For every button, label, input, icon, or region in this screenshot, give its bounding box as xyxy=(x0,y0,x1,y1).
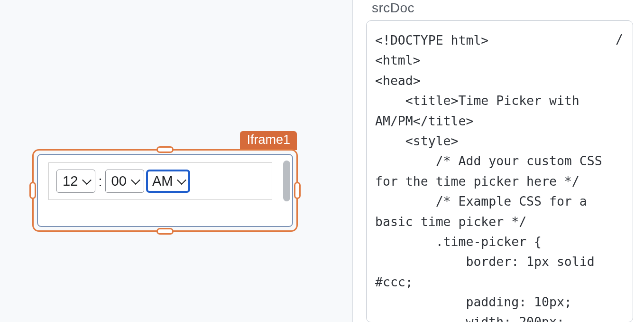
ampm-select[interactable]: AM xyxy=(146,170,191,193)
element-label-tag[interactable]: Iframe1 xyxy=(240,131,297,150)
design-canvas[interactable]: Iframe1 12 : 00 AM xyxy=(0,0,353,322)
minute-select[interactable]: 00 xyxy=(105,170,144,193)
time-colon: : xyxy=(97,173,103,189)
minute-select-wrap: 00 xyxy=(105,170,144,193)
slash-indicator: / xyxy=(616,29,623,49)
srcdoc-code-input[interactable]: /<!DOCTYPE html> <html> <head> <title>Ti… xyxy=(366,20,633,322)
property-field-label: srcDoc xyxy=(353,0,644,20)
hour-select[interactable]: 12 xyxy=(56,170,95,193)
hour-select-wrap: 12 xyxy=(56,170,95,193)
code-text: <!DOCTYPE html> <html> <head> <title>Tim… xyxy=(375,33,610,322)
resize-handle-left[interactable] xyxy=(29,182,36,199)
iframe-viewport: 12 : 00 AM xyxy=(37,154,293,227)
resize-handle-top[interactable] xyxy=(156,146,174,153)
ampm-select-wrap: AM xyxy=(146,170,191,193)
properties-panel: srcDoc /<!DOCTYPE html> <html> <head> <t… xyxy=(353,0,644,322)
resize-handle-right[interactable] xyxy=(294,182,301,199)
iframe-element-selection[interactable]: Iframe1 12 : 00 AM xyxy=(33,150,297,231)
resize-handle-bottom[interactable] xyxy=(156,228,174,235)
time-picker-widget: 12 : 00 AM xyxy=(48,162,272,200)
